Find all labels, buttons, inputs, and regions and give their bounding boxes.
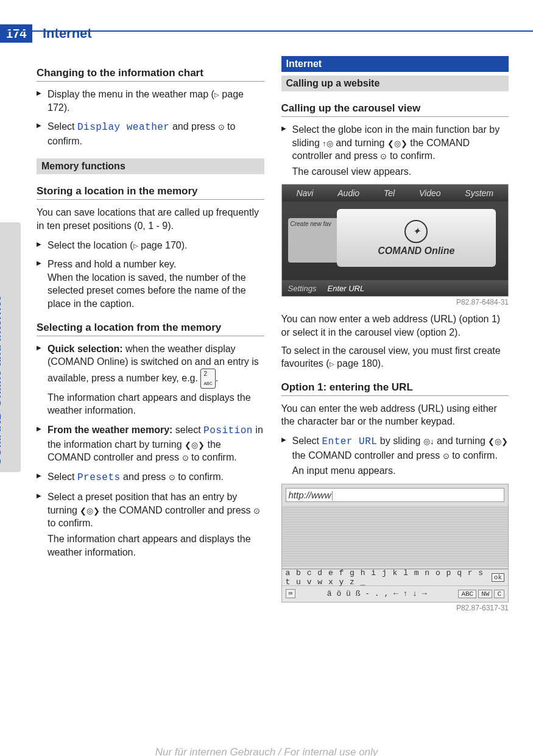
step-select-location: Select the location (▷ page 170).: [37, 239, 264, 252]
para-option1: You can enter the web address (URL) usin…: [281, 402, 509, 428]
ok-button-icon: ok: [492, 573, 504, 582]
press-icon: ⊙: [218, 122, 225, 132]
page-ref-icon: ▷: [330, 361, 334, 367]
step-display-menu: Display the menu in the weather map (▷ p…: [37, 88, 264, 114]
page-ref-icon: ▷: [214, 91, 219, 98]
slide-down-icon: ◎↓: [423, 437, 434, 446]
step-select-enter-url: Select Enter URL by sliding ◎↓ and turni…: [281, 434, 509, 478]
shot1-topmenu: Navi Audio Tel Video System: [282, 185, 509, 202]
screenshot-carousel: Navi Audio Tel Video System Create new f…: [281, 184, 509, 297]
press-icon: ⊙: [169, 473, 175, 482]
press-icon: ⊙: [380, 152, 387, 161]
heading-option1-url: Option 1: entering the URL: [281, 381, 509, 396]
step-press-hold-number: Press and hold a number key. When the lo…: [37, 258, 264, 310]
step-preset-cont: The information chart appears and displa…: [48, 532, 264, 559]
side-tab: COMAND Online and Internet: [0, 222, 21, 472]
url-bar: http://www: [286, 488, 505, 502]
caption-2: P82.87-6317-31: [281, 604, 509, 612]
para-store-intro: You can save locations that are called u…: [37, 206, 264, 232]
key-2abc: 2ABC: [200, 369, 215, 389]
step-quick-cont: The information chart appears and displa…: [48, 391, 264, 417]
page-ref-icon: ▷: [133, 242, 138, 249]
para-favourites: To select in the carousel view, you must…: [281, 344, 509, 370]
shot1-sidecard: Create new fav: [288, 218, 342, 263]
step-select-presets: Select Presets and press ⊙ to confirm.: [37, 470, 264, 485]
para-enter-options: You can now enter a web address (URL) (o…: [281, 313, 509, 339]
section-memory-functions: Memory functions: [37, 158, 264, 174]
mercedes-logo-icon: ✦: [404, 220, 428, 243]
step-select-preset-position: Select a preset position that has an ent…: [37, 490, 264, 559]
heading-selecting-from-memory: Selecting a location from the memory: [37, 322, 264, 336]
footer-internal-use: Nur für internen Gebrauch / For internal…: [0, 746, 533, 756]
mode-icon: ⌨: [286, 589, 296, 598]
heading-change-info-chart: Changing to the information chart: [37, 67, 264, 82]
step-select-display-weather: Select Display weather and press ⊙ to co…: [37, 120, 264, 147]
side-tab-label: COMAND Online and Internet: [0, 222, 4, 466]
step-press-hold-cont: When the location is saved, the number o…: [48, 271, 264, 311]
input-menu-appears: An input menu appears.: [292, 464, 509, 478]
slide-up-icon: ↑◎: [322, 139, 333, 148]
press-icon: ⊙: [253, 506, 260, 515]
screenshot-url-input: http://www a b c d e f g h i j k l m n o…: [281, 484, 509, 602]
char-row-2: ⌨ ä ö ü ß - . , ← ↑ ↓ → ABC NW C: [282, 585, 509, 602]
caption-1: P82.87-6484-31: [281, 298, 509, 306]
carousel-appears: The carousel view appears.: [292, 165, 509, 178]
char-row-1: a b c d e f g h i j k l m n o p q r s t …: [282, 569, 509, 585]
section-internet: Internet: [281, 56, 509, 72]
press-icon: ⊙: [182, 453, 189, 462]
shot1-card: ✦ COMAND Online: [337, 209, 496, 267]
turn-icon: ❮◎❯: [80, 506, 100, 515]
cmd-enter-url: Enter URL: [322, 436, 377, 447]
cmd-position: Position: [203, 425, 253, 436]
step-quick-selection: Quick selection: when the weather displa…: [37, 342, 264, 417]
heading-storing-location: Storing a location in the memory: [37, 185, 264, 200]
step-select-globe: Select the globe icon in the main functi…: [281, 123, 509, 178]
shot1-botmenu: Settings Enter URL: [282, 280, 509, 296]
turn-icon: ❮◎❯: [185, 440, 205, 449]
header-rule: [0, 12, 533, 32]
section-calling-website: Calling up a website: [281, 76, 509, 91]
left-column: Changing to the information chart Displa…: [37, 56, 264, 618]
turn-icon: ❮◎❯: [488, 437, 508, 446]
heading-carousel-view: Calling up the carousel view: [281, 102, 509, 117]
turn-icon: ❮◎❯: [387, 139, 408, 148]
press-icon: ⊙: [443, 451, 450, 461]
cmd-presets: Presets: [77, 472, 121, 483]
right-column: Internet Calling up a website Calling up…: [281, 56, 509, 618]
cmd-display-weather: Display weather: [77, 122, 170, 133]
step-from-weather-memory: From the weather memory: select Position…: [37, 423, 264, 464]
